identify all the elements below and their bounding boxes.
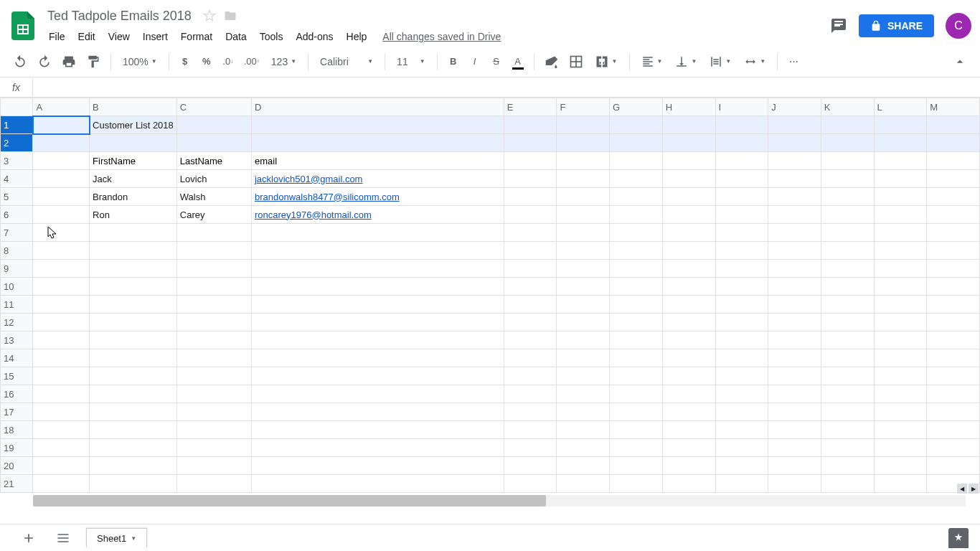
vertical-align-button[interactable]: ▼ (669, 52, 702, 71)
doc-title[interactable]: Ted Tadpole Emails 2018 (43, 7, 196, 25)
share-button[interactable]: SHARE (859, 14, 934, 37)
cell-D6[interactable]: roncarey1976@hotmail.com (251, 206, 504, 224)
formula-bar: fx (0, 77, 980, 98)
all-sheets-button[interactable] (52, 527, 75, 550)
col-header-I[interactable]: I (715, 98, 768, 116)
cell-C4[interactable]: Lovich (176, 170, 251, 188)
horizontal-align-button[interactable]: ▼ (636, 52, 669, 71)
star-icon[interactable] (203, 9, 216, 22)
row-header-3[interactable]: 3 (1, 152, 33, 170)
menu-format[interactable]: Format (175, 28, 218, 45)
menu-tools[interactable]: Tools (254, 28, 289, 45)
cell-D4[interactable]: jacklovich501@gmail.com (251, 170, 504, 188)
more-toolbar-button[interactable]: ⋯ (783, 52, 804, 71)
menu-edit[interactable]: Edit (72, 28, 101, 45)
cell-D3[interactable]: email (251, 152, 504, 170)
cell-A1[interactable] (33, 116, 90, 134)
sheet-nav-arrows[interactable]: ◀▶ (957, 484, 979, 494)
row-header-2[interactable]: 2 (1, 134, 33, 152)
format-percent-button[interactable]: % (197, 52, 217, 71)
row-header-5[interactable]: 5 (1, 188, 33, 206)
col-header-E[interactable]: E (504, 98, 557, 116)
formula-input[interactable] (33, 85, 980, 90)
cell-C6[interactable]: Carey (176, 206, 251, 224)
select-all-corner[interactable] (1, 98, 33, 116)
fx-label: fx (0, 79, 33, 96)
decrease-decimal-button[interactable]: .0↓ (218, 52, 238, 71)
menu-addons[interactable]: Add-ons (290, 28, 339, 45)
col-header-A[interactable]: A (33, 98, 90, 116)
col-header-D[interactable]: D (251, 98, 504, 116)
col-header-M[interactable]: M (927, 98, 980, 116)
format-currency-button[interactable]: $ (175, 52, 195, 71)
col-header-C[interactable]: C (176, 98, 251, 116)
increase-decimal-button[interactable]: .00↑ (240, 52, 264, 71)
fill-color-button[interactable] (540, 50, 563, 73)
font-family-dropdown[interactable]: Calibri▼ (314, 53, 379, 70)
undo-button[interactable] (9, 50, 32, 73)
zoom-dropdown[interactable]: 100%▼ (117, 53, 163, 70)
doc-info: Ted Tadpole Emails 2018 File Edit View I… (43, 7, 830, 45)
sheet-tab-1[interactable]: Sheet1▼ (86, 528, 147, 548)
merge-cells-button[interactable]: ▼ (589, 52, 623, 72)
col-header-L[interactable]: L (874, 98, 927, 116)
col-header-B[interactable]: B (90, 98, 177, 116)
cell-B5[interactable]: Brandon (90, 188, 177, 206)
menu-insert[interactable]: Insert (137, 28, 174, 45)
save-status[interactable]: All changes saved in Drive (382, 31, 501, 42)
paint-format-button[interactable] (82, 50, 105, 73)
sheets-app-icon[interactable] (9, 11, 37, 40)
horizontal-scrollbar[interactable] (33, 495, 966, 507)
menu-view[interactable]: View (103, 28, 136, 45)
col-header-H[interactable]: H (662, 98, 715, 116)
bold-button[interactable]: B (443, 52, 463, 71)
cell-B1[interactable]: Customer List 2018 (90, 116, 177, 134)
col-header-F[interactable]: F (557, 98, 610, 116)
borders-button[interactable] (565, 50, 588, 73)
redo-button[interactable] (33, 50, 56, 73)
comments-icon[interactable] (830, 17, 847, 34)
text-color-button[interactable]: A (508, 52, 528, 71)
share-label: SHARE (887, 20, 923, 32)
col-header-K[interactable]: K (821, 98, 874, 116)
row-header-1[interactable]: 1 (1, 116, 33, 134)
account-avatar[interactable]: C (946, 13, 971, 39)
cell-B4[interactable]: Jack (90, 170, 177, 188)
collapse-toolbar-button[interactable] (948, 50, 971, 73)
explore-button[interactable] (948, 528, 969, 548)
italic-button[interactable]: I (465, 52, 485, 71)
cell-C5[interactable]: Walsh (176, 188, 251, 206)
font-size-dropdown[interactable]: 11▼ (391, 53, 431, 70)
print-button[interactable] (57, 50, 80, 73)
cell-B3[interactable]: FirstName (90, 152, 177, 170)
title-bar: Ted Tadpole Emails 2018 File Edit View I… (0, 0, 980, 46)
cell-D5[interactable]: brandonwalsh8477@silicomm.com (251, 188, 504, 206)
move-folder-icon[interactable] (223, 9, 237, 22)
more-formats-dropdown[interactable]: 123▼ (265, 53, 302, 70)
col-header-G[interactable]: G (610, 98, 663, 116)
menu-file[interactable]: File (43, 28, 71, 45)
sheet-tab-bar: Sheet1▼ (0, 524, 980, 551)
col-header-J[interactable]: J (768, 98, 821, 116)
cell-C3[interactable]: LastName (176, 152, 251, 170)
add-sheet-button[interactable] (17, 527, 40, 550)
spreadsheet-grid[interactable]: A B C D E F G H I J K L M 1Customer List… (0, 98, 980, 507)
menu-bar: File Edit View Insert Format Data Tools … (43, 28, 830, 45)
text-rotation-button[interactable]: ▼ (738, 52, 771, 71)
menu-data[interactable]: Data (220, 28, 253, 45)
menu-help[interactable]: Help (341, 28, 373, 45)
text-wrap-button[interactable]: ▼ (704, 52, 737, 71)
row-header-6[interactable]: 6 (1, 206, 33, 224)
toolbar: 100%▼ $ % .0↓ .00↑ 123▼ Calibri▼ 11▼ B I… (0, 46, 980, 77)
cell-B6[interactable]: Ron (90, 206, 177, 224)
row-header-4[interactable]: 4 (1, 170, 33, 188)
strikethrough-button[interactable]: S (486, 52, 507, 71)
